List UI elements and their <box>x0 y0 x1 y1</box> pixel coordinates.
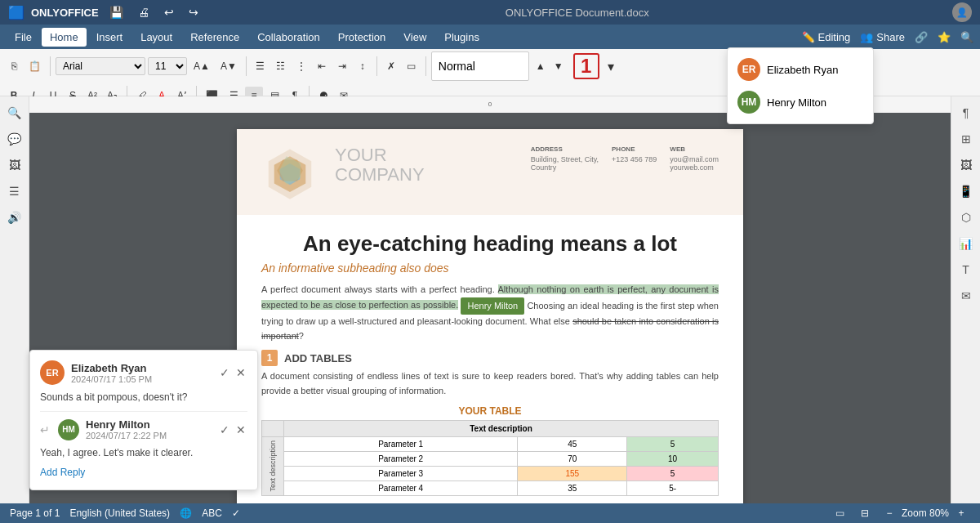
henry-reply-avatar: HM <box>58 419 79 440</box>
shapes-side-icon[interactable]: ⬡ <box>955 206 978 229</box>
row-side-label: Text description <box>262 436 284 495</box>
henry-close-btn[interactable]: ✕ <box>234 422 247 438</box>
strikethrough-text: should be taken into consideration is im… <box>261 316 719 341</box>
param1-label: Parameter 1 <box>284 436 518 451</box>
list-num-btn[interactable]: ☷ <box>272 57 290 75</box>
shading-btn[interactable]: ▭ <box>403 57 421 75</box>
list-bullet-btn[interactable]: ☰ <box>252 57 270 75</box>
mail-side-icon[interactable]: ✉ <box>955 284 978 307</box>
menu-home[interactable]: Home <box>42 28 87 47</box>
doc-body: An eye-catching heading means a lot An i… <box>237 215 743 512</box>
style-dropdown[interactable]: Normal <box>431 51 529 81</box>
menu-view[interactable]: View <box>395 28 434 47</box>
sep2 <box>246 56 247 76</box>
text-side-icon[interactable]: T <box>955 258 978 281</box>
spellcheck-icon[interactable]: ABC <box>202 507 222 519</box>
search-side-icon[interactable]: 🔍 <box>3 101 26 124</box>
para-mark-side-icon[interactable]: ¶ <box>955 101 978 124</box>
indent-btn[interactable]: ⇥ <box>333 57 351 75</box>
clear-format-btn[interactable]: ✗ <box>382 57 400 75</box>
elizabeth-avatar: ER <box>737 58 760 81</box>
menu-reference[interactable]: Reference <box>182 28 247 47</box>
app-name: ONLYOFFICE <box>31 7 99 19</box>
elizabeth-name: Elizabeth Ryan <box>767 64 838 76</box>
search-icon[interactable]: 🔍 <box>960 31 973 43</box>
company-name-block: YOURCOMPANY <box>335 145 425 185</box>
save-button[interactable]: 💾 <box>105 3 127 21</box>
font-select[interactable]: Arial <box>56 57 145 75</box>
svg-text:0: 0 <box>488 101 492 108</box>
paste-btn[interactable]: 📋 <box>24 57 45 75</box>
track-changes-icon[interactable]: ✓ <box>232 507 240 519</box>
clipboard-group: ⎘ 📋 <box>5 57 45 75</box>
henry-reply-text: Yeah, I agree. Let's make it clearer. <box>40 445 247 460</box>
view-single-btn[interactable]: ▭ <box>831 504 849 522</box>
language[interactable]: English (United States) <box>69 507 170 519</box>
image-side-icon[interactable]: 🖼 <box>3 154 26 177</box>
table-corner <box>262 420 284 436</box>
main-layout: 🔍 💬 🖼 ☰ 🔊 ER Elizabeth Ryan 2024/07/17 1… <box>0 96 980 523</box>
font-inc-btn[interactable]: A▲ <box>189 57 214 75</box>
zoom-label: Zoom 80% <box>902 507 949 519</box>
list-multi-btn[interactable]: ⋮ <box>292 57 310 75</box>
henry-approve-btn[interactable]: ✓ <box>218 422 231 438</box>
onlyoffice-logo: 🟦 <box>8 5 24 20</box>
param2-val1: 70 <box>518 451 627 466</box>
print-button[interactable]: 🖨 <box>134 3 154 21</box>
share-label[interactable]: Share <box>876 31 905 43</box>
title-bold-part: An eye-catching <box>303 231 467 256</box>
font-size-select[interactable]: 11 <box>148 57 187 75</box>
table-side-icon[interactable]: ⊞ <box>955 127 978 150</box>
view-cols-btn[interactable]: ⊟ <box>856 504 874 522</box>
user-henry-item[interactable]: HM Henry Milton <box>728 86 873 118</box>
user-dropdown: ER Elizabeth Ryan HM Henry Milton <box>727 47 874 124</box>
henry-comment-actions: ✓ ✕ <box>218 422 247 438</box>
phone-label: PHONE <box>612 145 657 153</box>
address-label: ADDRESS <box>531 145 599 153</box>
line-spacing-btn[interactable]: ↕ <box>354 57 372 75</box>
table-col-header: Text description <box>284 420 719 436</box>
zoom-in-btn[interactable]: + <box>952 504 970 522</box>
zoom-out-btn[interactable]: − <box>880 504 898 522</box>
menu-insert[interactable]: Insert <box>88 28 131 47</box>
sep4 <box>425 56 426 76</box>
henry-reply-header: ↵ HM Henry Milton 2024/07/17 2:22 PM ✓ ✕ <box>40 418 247 440</box>
style-down-btn[interactable]: ▼ <box>550 57 568 75</box>
add-reply-button[interactable]: Add Reply <box>40 465 85 480</box>
param4-val2: 5- <box>627 481 719 495</box>
comment-panel: ER Elizabeth Ryan 2024/07/17 1:05 PM ✓ ✕… <box>29 350 258 490</box>
outdent-btn[interactable]: ⇤ <box>313 57 331 75</box>
font-dec-btn[interactable]: A▼ <box>216 57 241 75</box>
nav-icon[interactable]: ☰ <box>3 180 26 203</box>
elizabeth-comment-info: Elizabeth Ryan 2024/07/17 1:05 PM <box>71 362 152 384</box>
param1-val1: 45 <box>518 436 627 451</box>
elizabeth-close-btn[interactable]: ✕ <box>234 364 247 381</box>
menu-collaboration[interactable]: Collaboration <box>249 28 328 47</box>
elizabeth-comment-text: Sounds a bit pompous, doesn't it? <box>40 390 247 405</box>
phone-side-icon[interactable]: 📱 <box>955 180 978 203</box>
section-title: 1 ADD TABLES <box>261 350 719 366</box>
speaker-icon[interactable]: 🔊 <box>3 206 26 229</box>
copy-btn[interactable]: ⎘ <box>5 57 23 75</box>
reply-indent-icon: ↵ <box>40 423 50 436</box>
menu-layout[interactable]: Layout <box>132 28 180 47</box>
comment-icon[interactable]: 💬 <box>3 127 26 150</box>
user-elizabeth-item[interactable]: ER Elizabeth Ryan <box>728 53 873 86</box>
elizabeth-approve-btn[interactable]: ✓ <box>218 364 231 381</box>
bookmark-icon[interactable]: ⭐ <box>938 31 951 43</box>
share-link-icon[interactable]: 🔗 <box>915 31 928 43</box>
menu-protection[interactable]: Protection <box>330 28 394 47</box>
image-right-icon[interactable]: 🖼 <box>955 154 978 177</box>
undo-button[interactable]: ↩ <box>160 3 178 21</box>
menu-file[interactable]: File <box>7 28 40 47</box>
chart-side-icon[interactable]: 📊 <box>955 232 978 255</box>
redo-button[interactable]: ↪ <box>185 3 203 21</box>
menu-plugins[interactable]: Plugins <box>436 28 488 47</box>
elizabeth-comment-avatar: ER <box>40 360 65 385</box>
expand-btn[interactable]: ▾ <box>602 57 620 75</box>
elizabeth-comment-actions: ✓ ✕ <box>218 364 247 381</box>
style-up-btn[interactable]: ▲ <box>532 57 550 75</box>
user-avatar[interactable]: 👤 <box>952 2 972 22</box>
henry-avatar: HM <box>737 91 760 114</box>
web-label: WEB <box>670 145 719 153</box>
